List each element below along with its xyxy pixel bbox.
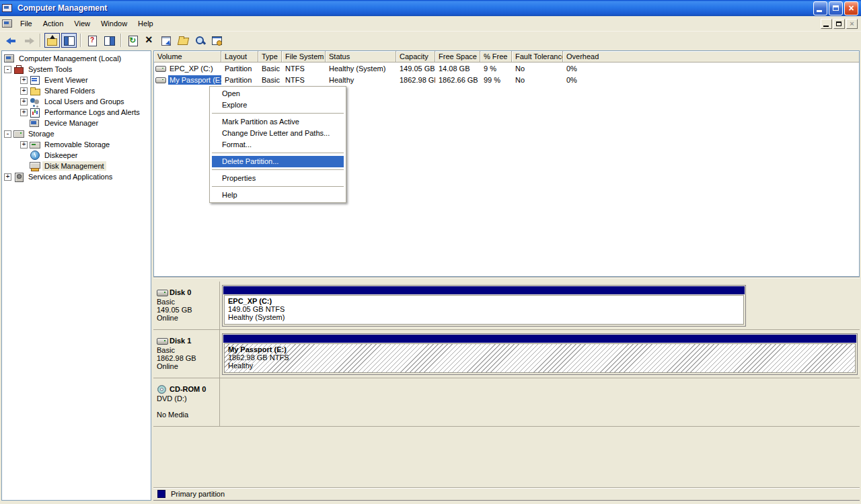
removable-storage-icon xyxy=(30,139,40,150)
expand-toggle[interactable]: + xyxy=(4,173,11,181)
disk-label-disk-0[interactable]: Disk 0Basic149.05 GBOnline xyxy=(153,282,220,329)
tree-item-system-tools[interactable]: -System Tools xyxy=(2,64,151,75)
menu-file[interactable]: File xyxy=(15,17,38,30)
menu-window[interactable]: Window xyxy=(96,17,133,30)
expand-toggle[interactable]: + xyxy=(20,109,28,116)
column-header-free[interactable]: % Free xyxy=(480,51,512,62)
child-restore-button[interactable] xyxy=(833,19,845,29)
volume-row-epc-xp-c[interactable]: EPC_XP (C:)PartitionBasicNTFSHealthy (Sy… xyxy=(154,62,859,74)
child-minimize-button[interactable] xyxy=(821,19,832,29)
refresh-button[interactable] xyxy=(125,33,141,48)
tree-item-removable-storage[interactable]: +Removable Storage xyxy=(2,139,151,150)
show-hide-console-tree-button[interactable] xyxy=(61,33,77,48)
up-one-level-button[interactable] xyxy=(44,33,60,48)
tree-item-services-and-applications[interactable]: +Services and Applications xyxy=(2,171,151,182)
properties-page-button[interactable] xyxy=(85,33,100,48)
column-header-status[interactable]: Status xyxy=(326,51,396,62)
column-header-fault-tolerance[interactable]: Fault Tolerance xyxy=(512,51,563,62)
column-header-free-space[interactable]: Free Space xyxy=(435,51,480,62)
properties-button[interactable] xyxy=(159,33,174,48)
disk-label-disk-1[interactable]: Disk 1Basic1862.98 GBOnline xyxy=(153,330,220,378)
help-button[interactable] xyxy=(209,33,225,48)
column-header-volume[interactable]: Volume xyxy=(154,51,221,62)
disk-info-line: Basic xyxy=(157,346,219,354)
partition-bar-my-passport-e[interactable]: My Passport (E:)1862.98 GB NTFSHealthy xyxy=(222,333,858,375)
cell-status: Healthy xyxy=(326,76,396,84)
menu-item-format[interactable]: Format... xyxy=(212,139,344,151)
menu-action[interactable]: Action xyxy=(38,17,69,30)
disk-row-disk-0: Disk 0Basic149.05 GBOnlineEPC_XP (C:)149… xyxy=(153,282,860,330)
expand-toggle[interactable]: - xyxy=(4,130,11,138)
menu-item-help[interactable]: Help xyxy=(212,190,344,201)
restore-icon xyxy=(833,5,839,11)
tree-item-storage[interactable]: -Storage xyxy=(2,128,151,139)
computer-icon xyxy=(4,53,15,64)
expand-toggle[interactable]: + xyxy=(20,87,28,95)
minimize-button[interactable] xyxy=(813,1,827,15)
disk-drive-icon xyxy=(157,335,167,346)
expand-toggle[interactable]: - xyxy=(4,66,11,73)
tree-item-local-users-and-groups[interactable]: +Local Users and Groups xyxy=(2,96,151,107)
menu-item-properties[interactable]: Properties xyxy=(212,173,344,184)
partition-label: EPC_XP (C:) xyxy=(228,297,272,305)
delete-icon xyxy=(144,35,155,46)
child-close-button[interactable]: × xyxy=(846,19,858,29)
column-header-capacity[interactable]: Capacity xyxy=(396,51,435,62)
expand-toggle[interactable]: + xyxy=(20,141,28,149)
menu-item-mark-partition-as-active[interactable]: Mark Partition as Active xyxy=(212,116,344,128)
open-button[interactable] xyxy=(176,33,191,48)
toolbar-separator xyxy=(40,34,41,47)
services-icon xyxy=(13,171,24,182)
volume-row-my-passport-e[interactable]: My Passport (E:)PartitionBasicNTFSHealth… xyxy=(154,74,859,85)
tree-item-disk-management[interactable]: Disk Management xyxy=(2,161,151,171)
menu-separator xyxy=(212,186,344,187)
column-header-type[interactable]: Type xyxy=(258,51,282,62)
find-button[interactable] xyxy=(192,33,208,48)
disk-label-cd-rom-0[interactable]: CD-ROM 0DVD (D:) No Media xyxy=(153,378,220,426)
back-button[interactable] xyxy=(4,33,20,48)
tree-item-performance-logs-and-alerts[interactable]: +Performance Logs and Alerts xyxy=(2,107,151,118)
titlebar: Computer Management × xyxy=(0,0,861,16)
tree-item-event-viewer[interactable]: +Event Viewer xyxy=(2,75,151,85)
restore-button[interactable] xyxy=(829,1,843,15)
menu-item-open[interactable]: Open xyxy=(212,88,344,99)
disk-name-text: CD-ROM 0 xyxy=(170,385,206,393)
partition-bar-epc-xp-c[interactable]: EPC_XP (C:)149.05 GB NTFSHealthy (System… xyxy=(222,285,746,327)
close-button[interactable]: × xyxy=(844,1,858,15)
partition-body[interactable]: My Passport (E:)1862.98 GB NTFSHealthy xyxy=(224,343,856,373)
partition-body[interactable]: EPC_XP (C:)149.05 GB NTFSHealthy (System… xyxy=(224,295,744,325)
menu-view[interactable]: View xyxy=(69,17,96,30)
horizontal-splitter[interactable] xyxy=(153,277,860,282)
legend-label: Primary partition xyxy=(171,490,225,498)
menu-item-delete-partition[interactable]: Delete Partition... xyxy=(212,156,344,167)
column-header-file-system[interactable]: File System xyxy=(282,51,326,62)
column-header-layout[interactable]: Layout xyxy=(221,51,258,62)
cell-status: Healthy (System) xyxy=(326,65,396,73)
tree-item-label: System Tools xyxy=(26,65,74,74)
forward-button[interactable] xyxy=(21,33,36,48)
menu-item-explore[interactable]: Explore xyxy=(212,99,344,111)
cell-type: Basic xyxy=(258,76,282,84)
back-icon xyxy=(6,35,17,46)
menu-item-change-drive-letter-and-paths[interactable]: Change Drive Letter and Paths... xyxy=(212,128,344,139)
cell-layout: Partition xyxy=(221,76,258,84)
tree-toggle-icon xyxy=(63,35,75,46)
tree-item-diskeeper[interactable]: Diskeeper xyxy=(2,150,151,161)
props-page-icon xyxy=(87,35,98,46)
action-pane-icon xyxy=(104,35,115,46)
legend-bar: Primary partition xyxy=(153,487,860,500)
menu-separator xyxy=(212,113,344,114)
column-header-overhead[interactable]: Overhead xyxy=(563,51,859,62)
tree-item-label: Diskeeper xyxy=(42,151,80,160)
tree-item-computer-management-local[interactable]: Computer Management (Local) xyxy=(2,53,151,64)
delete-button[interactable] xyxy=(142,33,157,48)
menu-help[interactable]: Help xyxy=(133,17,159,30)
tree-item-device-manager[interactable]: Device Manager xyxy=(2,118,151,128)
expand-toggle[interactable]: + xyxy=(20,77,28,84)
tree-item-shared-folders[interactable]: +Shared Folders xyxy=(2,85,151,96)
show-hide-action-pane-button[interactable] xyxy=(102,33,117,48)
console-tree: Computer Management (Local)-System Tools… xyxy=(1,50,151,501)
disk-info-line: Online xyxy=(157,314,219,322)
expand-toggle[interactable]: + xyxy=(20,98,28,106)
disk-management-icon xyxy=(30,161,40,171)
